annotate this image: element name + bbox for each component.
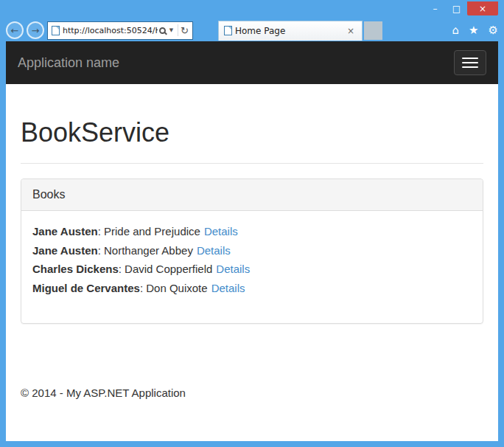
address-bar[interactable]: http://localhost:50524/H ▼ ↻: [47, 21, 193, 40]
book-author: Jane Austen: [32, 225, 98, 238]
window-maximize-button[interactable]: □: [446, 1, 467, 15]
page-viewport: Application name BookService Books Jane …: [6, 41, 498, 441]
hamburger-bar: [462, 58, 478, 59]
navbar-brand[interactable]: Application name: [18, 55, 119, 71]
page-footer: © 2014 - My ASP.NET Application: [21, 387, 483, 414]
navbar-toggle-button[interactable]: [454, 50, 486, 75]
books-panel-heading: Books: [21, 179, 483, 211]
site-navbar: Application name: [6, 41, 498, 84]
divider: [21, 163, 483, 164]
book-author: Charles Dickens: [32, 263, 119, 275]
search-icon[interactable]: [159, 27, 166, 34]
hamburger-bar: [462, 66, 478, 68]
book-list-item: Charles Dickens: David CopperfieldDetail…: [32, 260, 472, 279]
favorites-icon[interactable]: ★: [469, 25, 478, 36]
book-author: Miguel de Cervantes: [32, 282, 140, 294]
book-title: David Copperfield: [125, 263, 212, 275]
book-list-item: Jane Austen: Northanger AbbeyDetails: [32, 241, 472, 260]
book-list-item: Miguel de Cervantes: Don QuixoteDetails: [32, 279, 472, 298]
book-details-link[interactable]: Details: [204, 225, 238, 238]
window-titlebar: – □ ×: [0, 0, 504, 19]
book-separator: :: [98, 225, 104, 238]
book-details-link[interactable]: Details: [216, 263, 250, 275]
books-panel: Books Jane Austen: Pride and PrejudiceDe…: [21, 179, 483, 324]
window-minimize-button[interactable]: –: [424, 1, 446, 15]
settings-icon[interactable]: ⚙: [489, 25, 498, 36]
book-author: Jane Austen: [32, 244, 98, 257]
refresh-icon[interactable]: ↻: [181, 25, 189, 36]
browser-window: – □ × ← → http://localhost:50524/H ▼ ↻ H…: [0, 0, 504, 447]
book-list-item: Jane Austen: Pride and PrejudiceDetails: [32, 222, 472, 241]
page-icon: [52, 26, 60, 35]
book-title: Don Quixote: [146, 282, 207, 294]
book-title: Pride and Prejudice: [104, 225, 200, 238]
address-bar-divider: [178, 24, 178, 36]
tab-close-button[interactable]: ×: [345, 26, 357, 36]
page-content: BookService Books Jane Austen: Pride and…: [6, 117, 498, 414]
tab-title: Home Page: [235, 26, 345, 36]
book-details-link[interactable]: Details: [197, 244, 231, 257]
books-panel-body: Jane Austen: Pride and PrejudiceDetails …: [21, 211, 483, 323]
address-bar-icons: ▼ ↻: [158, 24, 189, 36]
browser-forward-button[interactable]: →: [27, 21, 44, 39]
browser-back-button[interactable]: ←: [6, 21, 24, 39]
book-separator: :: [119, 263, 125, 275]
book-separator: :: [98, 244, 104, 257]
book-details-link[interactable]: Details: [211, 282, 245, 294]
page-title: BookService: [21, 117, 483, 148]
address-dropdown-icon[interactable]: ▼: [169, 27, 173, 33]
new-tab-button[interactable]: [364, 21, 382, 40]
window-close-button[interactable]: ×: [467, 1, 498, 15]
hamburger-bar: [462, 62, 478, 63]
browser-action-icons: ⌂ ★ ⚙: [452, 25, 498, 36]
window-controls: – □ ×: [424, 1, 498, 15]
address-url[interactable]: http://localhost:50524/H: [63, 26, 158, 35]
browser-tab-home-page[interactable]: Home Page ×: [218, 21, 363, 41]
tab-page-icon: [224, 26, 232, 35]
book-separator: :: [140, 282, 146, 294]
browser-toolbar: ← → http://localhost:50524/H ▼ ↻ Home Pa…: [0, 19, 504, 41]
book-title: Northanger Abbey: [104, 244, 193, 257]
home-icon[interactable]: ⌂: [452, 25, 460, 36]
